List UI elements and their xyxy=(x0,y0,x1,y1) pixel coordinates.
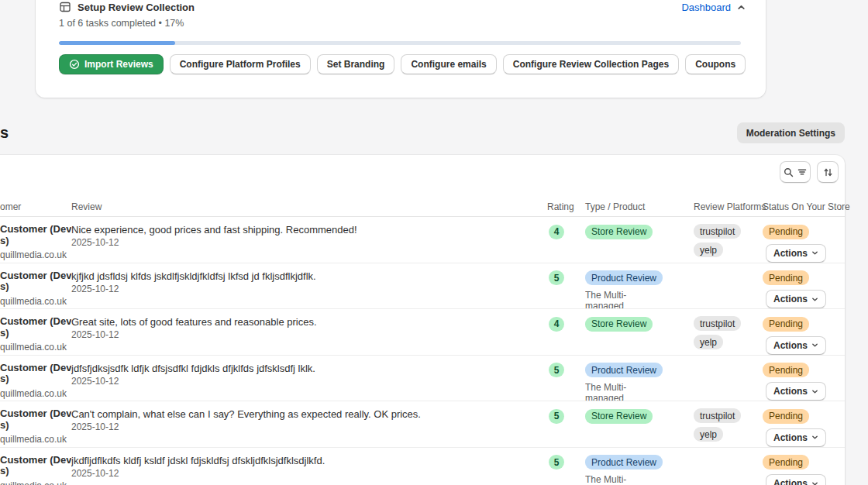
coupons-button[interactable]: Coupons xyxy=(685,54,746,74)
platform-badge-trustpilot: trustpilot xyxy=(694,316,741,331)
dashboard-link[interactable]: Dashboard xyxy=(681,2,731,13)
chevron-down-icon xyxy=(811,434,818,441)
customer-name: Customer (Dev xyxy=(0,316,71,328)
table-row[interactable]: Customer (Dev s) quillmedia.co.uk kjfjkd… xyxy=(0,263,845,310)
review-text: Great site, lots of good features and re… xyxy=(71,316,547,328)
review-date: 2025-10-12 xyxy=(71,468,547,479)
review-date: 2025-10-12 xyxy=(71,421,547,432)
progress-bar xyxy=(59,41,741,45)
sort-button[interactable] xyxy=(817,161,839,183)
check-circle-icon xyxy=(69,59,80,70)
column-header-type-product: Type / Product xyxy=(585,198,694,216)
rating-badge: 4 xyxy=(549,317,564,332)
actions-label: Actions xyxy=(773,386,808,397)
actions-button[interactable]: Actions xyxy=(766,336,826,355)
chevron-down-icon xyxy=(811,296,818,303)
actions-label: Actions xyxy=(773,432,808,443)
setup-card-header: Setup Review Collection Dashboard xyxy=(59,1,746,13)
table-row[interactable]: Customer (Dev s) quillmedia.co.uk jkdflj… xyxy=(0,448,845,485)
configure-emails-button[interactable]: Configure emails xyxy=(401,54,496,74)
column-header-review: Review xyxy=(71,198,547,216)
actions-button[interactable]: Actions xyxy=(766,428,826,447)
set-branding-button[interactable]: Set Branding xyxy=(317,54,395,74)
customer-email: quillmedia.co.uk xyxy=(0,388,71,399)
table-row[interactable]: Customer (Dev s) quillmedia.co.uk Nice e… xyxy=(0,217,845,263)
review-date: 2025-10-12 xyxy=(71,237,547,248)
moderation-settings-button[interactable]: Moderation Settings xyxy=(737,122,845,143)
chevron-up-icon[interactable] xyxy=(737,3,746,12)
review-date: 2025-10-12 xyxy=(71,376,547,387)
rating-badge: 5 xyxy=(549,363,564,377)
product-name: The Multi-managed Snowboard xyxy=(585,290,664,308)
platform-badge-trustpilot: trustpilot xyxy=(694,224,741,239)
review-text: kjfjkd jdsfldsj klfds jskdlfjskldjfkldfs… xyxy=(71,270,547,283)
customer-name: Customer (Dev xyxy=(0,408,71,420)
progress-text: 1 of 6 tasks completed • 17% xyxy=(59,18,184,29)
rating-badge: 4 xyxy=(549,225,564,239)
column-header-status: Status On Your Store xyxy=(763,198,850,216)
review-text: Nice experience, good prices and fast sh… xyxy=(71,224,547,236)
customer-name-line2: s) xyxy=(0,281,71,293)
configure-platform-profiles-button[interactable]: Configure Platform Profiles xyxy=(170,54,311,74)
rating-badge: 5 xyxy=(549,409,564,424)
review-date: 2025-10-12 xyxy=(71,329,547,340)
review-type-badge: Product Review xyxy=(585,455,663,470)
customer-name-line2: s) xyxy=(0,420,71,432)
setup-guide-icon xyxy=(59,1,71,13)
chevron-down-icon xyxy=(811,388,818,395)
table-row[interactable]: Customer (Dev s) quillmedia.co.uk Can't … xyxy=(0,401,845,448)
actions-label: Actions xyxy=(773,340,808,351)
platform-badge-yelp: yelp xyxy=(694,427,723,442)
platform-badge-yelp: yelp xyxy=(694,335,723,349)
actions-label: Actions xyxy=(773,294,808,304)
review-type-badge: Store Review xyxy=(585,225,653,239)
column-header-review-platforms: Review Platforms xyxy=(694,198,763,216)
import-reviews-button[interactable]: Import Reviews xyxy=(59,54,164,74)
chevron-down-icon xyxy=(811,249,818,256)
table-row[interactable]: Customer (Dev s) quillmedia.co.uk Great … xyxy=(0,309,845,356)
customer-name: Customer (Dev xyxy=(0,224,71,236)
actions-button[interactable]: Actions xyxy=(766,474,826,485)
review-type-badge: Store Review xyxy=(585,317,653,332)
status-badge: Pending xyxy=(763,270,809,285)
progress-bar-fill xyxy=(59,41,175,45)
customer-name-line2: s) xyxy=(0,466,71,477)
search-icon xyxy=(784,167,794,177)
status-badge: Pending xyxy=(763,317,809,332)
actions-button[interactable]: Actions xyxy=(766,382,826,401)
platform-badge-trustpilot: trustpilot xyxy=(694,408,741,423)
review-text: Can't complain, what else can I say? Eve… xyxy=(71,408,547,421)
customer-name-line2: s) xyxy=(0,236,71,247)
customer-name-line2: s) xyxy=(0,328,71,339)
rating-badge: 5 xyxy=(549,270,564,285)
actions-label: Actions xyxy=(773,478,808,485)
chevron-down-icon xyxy=(811,342,818,349)
rating-badge: 5 xyxy=(549,455,564,470)
customer-email: quillmedia.co.uk xyxy=(0,249,71,260)
import-reviews-label: Import Reviews xyxy=(84,59,153,70)
product-name: The Multi-managed Snowboard xyxy=(585,382,664,401)
filter-icon xyxy=(797,167,807,177)
table-body: Customer (Dev s) quillmedia.co.uk Nice e… xyxy=(0,217,845,485)
status-badge: Pending xyxy=(763,225,809,239)
column-header-customer: omer xyxy=(0,198,71,216)
status-badge: Pending xyxy=(763,409,809,424)
customer-email: quillmedia.co.uk xyxy=(0,296,71,307)
reviews-table-card: omer Review Rating Type / Product Review… xyxy=(0,155,845,485)
setup-task-buttons: Import Reviews Configure Platform Profil… xyxy=(59,54,746,74)
customer-name: Customer (Dev xyxy=(0,270,71,282)
customer-email: quillmedia.co.uk xyxy=(0,434,71,445)
configure-review-collection-pages-button[interactable]: Configure Review Collection Pages xyxy=(503,54,679,74)
customer-email: quillmedia.co.uk xyxy=(0,480,71,485)
setup-guide-card: Setup Review Collection Dashboard 1 of 6… xyxy=(36,0,766,98)
actions-button[interactable]: Actions xyxy=(766,244,826,263)
review-text: jdfsfjdksjsdfk ldfjk dfsjsdfkl fdjdkls d… xyxy=(71,363,547,375)
page-title: s xyxy=(0,124,9,142)
chevron-down-icon xyxy=(811,480,818,485)
review-type-badge: Product Review xyxy=(585,363,663,377)
actions-label: Actions xyxy=(773,248,808,259)
review-type-badge: Product Review xyxy=(585,270,663,285)
search-filter-button[interactable] xyxy=(780,161,811,183)
table-row[interactable]: Customer (Dev s) quillmedia.co.uk jdfsfj… xyxy=(0,356,845,402)
actions-button[interactable]: Actions xyxy=(766,290,826,308)
